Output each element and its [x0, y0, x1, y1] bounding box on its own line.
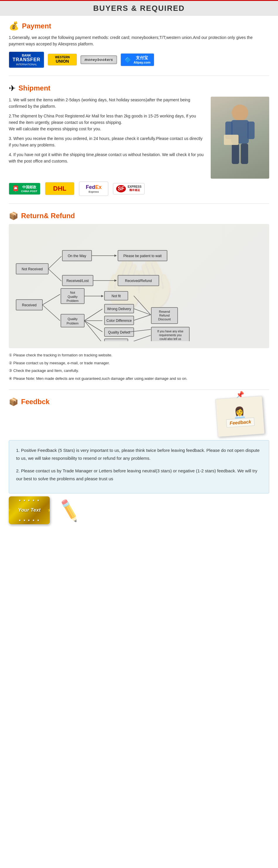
pushpin-icon: 📌: [236, 391, 244, 399]
feedback-card-content: 👩‍💼 Feedback: [225, 405, 254, 428]
payment-icon: 💰: [9, 21, 19, 31]
footer-decoration: ★ ★ ★ ★ ★ Your Text ★ ★ ★ ★ ★ ★ ★ ✏️: [9, 496, 269, 524]
refund-icon: 📦: [9, 211, 18, 220]
svg-marker-16: [114, 279, 117, 282]
svg-rect-5: [241, 144, 248, 164]
dhl-logo: DHL: [45, 182, 74, 195]
shipment-section: ✈ Shipment 1. We will sent the items wit…: [0, 78, 278, 201]
refund-heading: Return& Refund: [21, 212, 75, 220]
moneybookers-logo: moneybookers: [80, 55, 117, 64]
svg-point-0: [232, 104, 248, 121]
feedback-icon: 📦: [9, 397, 18, 406]
flowchart-svg: Not Received On the Way Please be patien…: [12, 230, 266, 341]
svg-text:If you have any else: If you have any else: [158, 330, 183, 333]
svg-text:Problem: Problem: [67, 299, 79, 303]
feedback-header-row: 📦 Feedbck 📌 👩‍💼 Feedback: [9, 397, 269, 435]
svg-text:Quality: Quality: [68, 295, 78, 299]
refund-notes: ① Please check the tracking in formation…: [9, 352, 269, 382]
flowchart-wrapper: 🤲 Not Received On the Way Please be pati…: [9, 224, 269, 348]
svg-rect-4: [232, 144, 239, 164]
pencil-icon: ✏️: [56, 497, 83, 523]
bank-transfer-logo: BANKTRANSFERINTERNATIONAL: [9, 52, 44, 68]
svg-marker-26: [101, 295, 104, 297]
note-1: ① Please check the tracking in formation…: [9, 352, 269, 359]
svg-line-19: [42, 294, 60, 305]
on-the-way-label: On the Way: [68, 254, 86, 258]
feedback-card-text: Feedback: [226, 417, 255, 428]
feedback-text-box: 1. Positive Feedback (5 Stars) is very i…: [9, 440, 269, 493]
svg-text:Resend: Resend: [159, 310, 170, 313]
color-difference-label: Color Difference: [106, 319, 132, 323]
svg-line-20: [42, 305, 60, 321]
svg-line-9: [48, 269, 62, 281]
divider-1: [9, 75, 269, 76]
feedback-card: 👩‍💼 Feedback: [215, 396, 265, 437]
stars-bottom: ★ ★ ★ ★ ★: [19, 519, 40, 522]
feedback-title-row: 📦 Feedbck: [9, 397, 49, 406]
refund-title-row: 📦 Return& Refund: [9, 211, 269, 220]
stars-top: ★ ★ ★ ★ ★: [19, 499, 40, 502]
svg-text:requirements you: requirements you: [159, 334, 181, 337]
delivery-logos: 📮 中国邮政CHINA POST DHL FedEx Express SF EX…: [9, 182, 269, 196]
feedback-card-wrapper: 📌 👩‍💼 Feedback: [216, 395, 264, 435]
delivery-man-svg: [216, 101, 264, 174]
svg-line-41: [134, 315, 151, 320]
payment-title-row: 💰 Payment: [9, 21, 269, 31]
star-right: ★: [47, 507, 50, 514]
payment-description: 1.Generally, we accept the following pay…: [9, 34, 269, 48]
feedback-point-2: 2. Please contact us by Trade Manager or…: [16, 467, 262, 483]
svg-line-34: [84, 321, 102, 341]
china-post-logo: 📮 中国邮政CHINA POST: [9, 183, 40, 195]
gold-stamp: ★ ★ ★ ★ ★ Your Text ★ ★ ★ ★ ★ ★ ★: [9, 496, 50, 524]
person-icon: 👩‍💼: [225, 405, 254, 420]
svg-rect-3: [247, 122, 254, 139]
not-received-label: Not Received: [22, 267, 43, 271]
please-wait-label: Please be patient to wait: [124, 254, 162, 258]
shipment-title-row: ✈ Shipment: [9, 84, 269, 93]
svg-text:could also tell us: could also tell us: [160, 337, 181, 341]
sf-express-logo: SF EXPRESS顺丰速运: [113, 183, 145, 194]
note-3: ③ Check the package and Item, carefully.: [9, 368, 269, 374]
feedback-point-1: 1. Positive Feedback (5 Stars) is very i…: [16, 446, 262, 462]
page-title: BUYERS & REQUIRED: [0, 4, 278, 13]
star-left: ★: [9, 507, 11, 514]
not-fit-label: Not fit: [111, 294, 121, 298]
feedback-heading: Feedbck: [21, 398, 49, 406]
western-union-logo: WESTERNUNION: [48, 54, 77, 66]
shipment-heading: Shipment: [19, 84, 50, 92]
svg-text:Refund: Refund: [159, 314, 169, 317]
svg-line-8: [48, 256, 62, 269]
quality-defect-label: Quality Defect: [108, 330, 130, 335]
received-label: Received: [22, 303, 37, 307]
shipment-icon: ✈: [9, 84, 15, 93]
svg-rect-6: [224, 135, 239, 145]
payment-logos: BANKTRANSFERINTERNATIONAL WESTERNUNION m…: [9, 52, 269, 68]
feedback-section: 📦 Feedbck 📌 👩‍💼 Feedback 1. Positive Fee…: [0, 392, 278, 527]
fedex-logo: FedEx Express: [79, 182, 108, 196]
stamp-text: Your Text: [18, 507, 40, 513]
svg-line-33: [84, 321, 102, 332]
divider-3: [9, 390, 269, 390]
received-refund-label: Received/Refund: [125, 279, 152, 283]
svg-text:Quality: Quality: [68, 317, 78, 321]
shipment-image: [211, 97, 269, 179]
svg-text:Discount: Discount: [158, 317, 171, 321]
refund-section: 📦 Return& Refund 🤲 Not Received On the W…: [0, 206, 278, 387]
note-2: ② Please contact us by meesage, e-mail, …: [9, 360, 269, 366]
svg-rect-28: [61, 314, 84, 327]
received-lost-label: Received/Lost: [66, 279, 89, 283]
page-header: BUYERS & REQUIRED: [0, 0, 278, 16]
alipay-logo: 🔷支付宝Alipay.com: [120, 53, 154, 66]
svg-text:Not: Not: [70, 291, 75, 294]
svg-marker-12: [114, 254, 117, 257]
wrong-delivery-label: Wrong Delivery: [107, 307, 131, 311]
shipment-wrapper: 1. We will sent the items within 2-5days…: [9, 97, 269, 164]
svg-line-31: [84, 309, 102, 321]
svg-rect-38: [104, 339, 128, 341]
divider-2: [9, 204, 269, 204]
payment-section: 💰 Payment 1.Generally, we accept the fol…: [0, 16, 278, 73]
payment-heading: Payment: [22, 22, 51, 30]
svg-text:Problem: Problem: [67, 321, 79, 325]
note-4: ④ Please Note: Men made defects are not …: [9, 376, 269, 382]
